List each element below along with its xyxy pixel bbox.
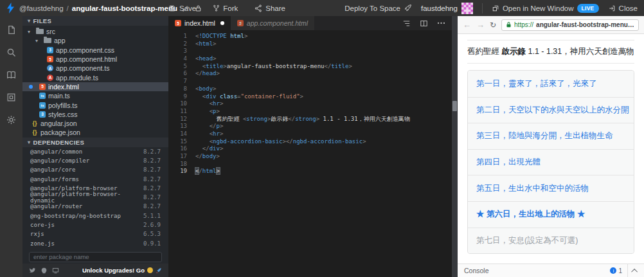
split-editor-icon[interactable] [420, 20, 428, 27]
dependencies-section-header[interactable]: ▾ DEPENDENCIES [22, 138, 168, 147]
dependency-version: 6.5.3 [143, 231, 161, 237]
line-number: 17 [168, 153, 195, 161]
accordion-panel-header[interactable]: 第五日，生出水中和空中的活物 [468, 175, 634, 201]
tree-item-app.component.ts[interactable]: Aapp.component.ts [22, 64, 168, 73]
dependency-name: @angular/router [30, 203, 82, 210]
save-label: Save [179, 4, 196, 12]
tree-item-package.json[interactable]: {}package.json [22, 128, 168, 137]
divider [467, 40, 634, 40]
tree-item-app.component.html[interactable]: 5app.component.html [22, 55, 168, 64]
code-editor[interactable]: 1<!DOCTYPE html>2<html>34<head>5 <title>… [168, 30, 452, 277]
dependency-row[interactable]: rxjs6.5.3 [22, 229, 168, 238]
files-view-icon[interactable] [0, 19, 22, 41]
fork-button[interactable]: Fork [213, 4, 238, 12]
package-name-input[interactable] [29, 252, 162, 262]
github-icon[interactable] [40, 267, 48, 274]
deploy-label: Deploy To Space [344, 4, 400, 12]
expand-console-icon[interactable] [631, 268, 638, 274]
badge-icon [147, 267, 153, 273]
docs-icon[interactable] [0, 64, 22, 86]
outline-icon[interactable] [402, 20, 411, 27]
tree-item-app.module.ts[interactable]: Aapp.module.ts [22, 73, 168, 82]
folder-icon [44, 38, 51, 43]
collapse-arrow-icon: ▾ [28, 139, 30, 145]
files-section-header[interactable]: ▾ FILES [22, 16, 168, 26]
line-number: 2 [168, 40, 195, 48]
dependency-version: 8.2.7 [143, 166, 161, 173]
dependency-version: 8.2.7 [143, 203, 161, 210]
tree-item-main.ts[interactable]: tsmain.ts [22, 91, 168, 100]
tree-item-app.component.css[interactable]: 3app.component.css [22, 46, 168, 55]
tree-item-polyfills.ts[interactable]: tspolyfills.ts [22, 100, 168, 109]
tab-label: index.html [184, 19, 215, 27]
console-bar[interactable]: Console i 1 [458, 264, 644, 277]
save-button[interactable]: Save [168, 4, 196, 12]
share-button[interactable]: Share [255, 4, 285, 12]
tree-item-app[interactable]: ▾app [22, 36, 168, 45]
code-line: 16 </div> [168, 145, 452, 153]
open-new-window-button[interactable]: Open in New Window LIVE [492, 4, 599, 13]
forward-arrow-icon[interactable]: → [476, 21, 485, 29]
dependency-row[interactable]: core-js2.6.9 [22, 220, 168, 229]
fork-label: Fork [223, 4, 238, 12]
external-window-icon [492, 4, 499, 12]
more-actions-icon[interactable] [437, 22, 445, 24]
user-menu[interactable]: faustdehng [421, 3, 473, 14]
tree-item-angular.json[interactable]: {}angular.json [22, 119, 168, 128]
twitter-icon[interactable] [29, 267, 36, 274]
dependency-version: 5.1.1 [143, 213, 161, 219]
folder-icon [36, 29, 44, 34]
dependency-row[interactable]: @ng-bootstrap/ng-bootstrap5.1.1 [22, 211, 168, 220]
dependency-row[interactable]: @angular/common8.2.7 [22, 147, 168, 156]
file-name: app [54, 37, 66, 44]
panel-resizer[interactable] [452, 16, 458, 277]
accordion-panel-header[interactable]: ★ 第六日，生出地上的活物 ★ [468, 201, 634, 228]
divider [482, 3, 483, 13]
search-icon[interactable] [0, 41, 22, 64]
tab-index-html[interactable]: 5 index.html [168, 16, 231, 30]
devices-icon[interactable] [52, 267, 59, 274]
dependency-version: 8.2.7 [143, 185, 161, 192]
dependency-name: @angular/platform-browser-dynamic [30, 191, 143, 204]
close-button[interactable]: Close [608, 4, 638, 12]
line-number: 16 [168, 145, 195, 153]
code-line: 2<html> [168, 40, 452, 48]
breadcrumb-user[interactable]: @faustdehng [19, 4, 64, 12]
refresh-icon[interactable]: ↻ [490, 21, 496, 29]
dependency-name: core-js [30, 222, 55, 228]
back-arrow-icon[interactable]: ← [463, 21, 471, 29]
dependency-row[interactable]: @angular/platform-browser-dynamic8.2.7 [22, 193, 168, 202]
code-line: 6</head> [168, 70, 452, 78]
tree-item-styles.css[interactable]: 3styles.css [22, 110, 168, 119]
deploy-button[interactable]: Deploy To Space [344, 4, 412, 12]
dependencies-list: @angular/common8.2.7@angular/compiler8.2… [22, 147, 168, 248]
console-message-count: i 1 [610, 267, 622, 274]
top-bar: @faustdehng / angular-faust-bootstrap-me… [0, 0, 644, 16]
dependency-row[interactable]: @angular/core8.2.7 [22, 165, 168, 174]
upgrade-cta[interactable]: Unlock Upgrades! Go [82, 267, 162, 274]
dependency-row[interactable]: @angular/compiler8.2.7 [22, 156, 168, 165]
dependency-name: @angular/compiler [30, 157, 89, 164]
dependency-row[interactable]: zone.js0.9.1 [22, 239, 168, 248]
file-name: app.component.html [56, 55, 117, 63]
breadcrumb-separator: / [67, 4, 69, 12]
accordion-panel-header[interactable]: 第四日，出現光體 [468, 149, 634, 175]
project-actions: Save Fork Share [168, 4, 285, 12]
line-number: 13 [168, 123, 195, 130]
file-name: polyfills.ts [48, 102, 78, 109]
username-label: faustdehng [421, 4, 458, 12]
file-name: package.json [40, 129, 80, 136]
settings-gear-icon[interactable] [0, 109, 22, 131]
accordion-panel-header[interactable]: 第二日，天空以下的水與天空以上的水分開 [468, 97, 634, 123]
file-name: app.component.ts [56, 64, 109, 72]
tab-app-component-html[interactable]: 5 app.component.html [231, 16, 314, 30]
layout-icon[interactable] [0, 86, 22, 109]
url-bar[interactable]: https://angular-faust-bootstrap-menu.sta… [501, 19, 639, 31]
tree-item-src[interactable]: ▾src [22, 27, 168, 36]
stackblitz-logo-icon[interactable] [6, 3, 15, 13]
dependency-row[interactable]: @angular/forms8.2.7 [22, 174, 168, 183]
accordion-panel-header[interactable]: 第一日，靈來了，話來了，光來了 [468, 71, 634, 97]
code-line: 11 <p> [168, 108, 452, 116]
tree-item-index.html[interactable]: 5index.html [22, 82, 168, 91]
accordion-panel-header[interactable]: 第三日，陸地與海分開，生出植物生命 [468, 123, 634, 149]
